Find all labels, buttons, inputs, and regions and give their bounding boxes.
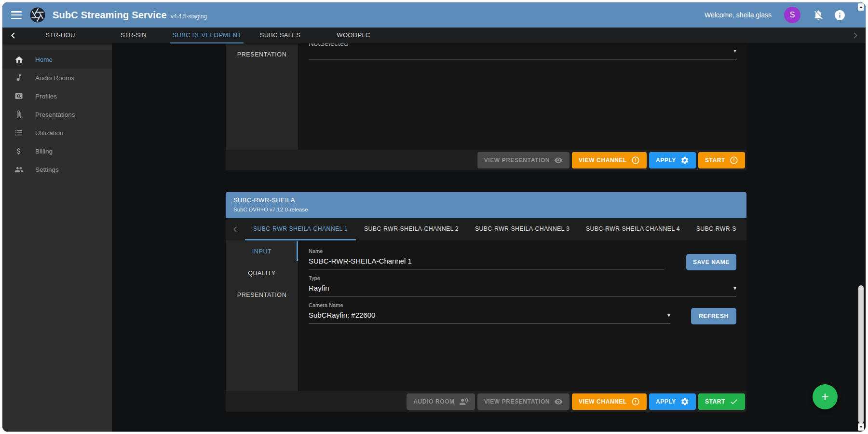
voice-over-icon: [459, 397, 468, 406]
scroll-up-button[interactable]: ▲: [858, 3, 864, 11]
app-window: SubC Streaming Service v4.4.5-staging We…: [2, 2, 866, 432]
input-panel: Name SAVE NAME Type Rayfin ▾: [298, 240, 746, 391]
sidebar-item-billing[interactable]: Billing: [2, 142, 112, 160]
refresh-button[interactable]: REFRESH: [691, 308, 736, 324]
device-card-actions: AUDIO ROOM VIEW PRESENTATION VIEW CHANNE…: [226, 391, 746, 412]
channel-tab-4[interactable]: SUBC-RWR-SHEILA CHANNEL 4: [578, 218, 688, 240]
sidebar-item-presentations[interactable]: Presentations: [2, 105, 112, 124]
type-label: Type: [309, 275, 736, 281]
channel-tab-3[interactable]: SUBC-RWR-SHEILA-CHANNEL 3: [467, 218, 578, 240]
user-avatar[interactable]: S: [784, 7, 800, 23]
sidebar-item-label: Audio Rooms: [35, 74, 74, 82]
org-tab-woodplc[interactable]: WOODPLC: [317, 28, 390, 43]
section-tabs: PRESENTATION: [226, 43, 298, 150]
start-button[interactable]: START: [698, 393, 745, 410]
presentation-panel: NotSelected ▾: [298, 43, 746, 150]
organization-tabbar: STR-HOU STR-SIN SUBC DEVELOPMENT SUBC SA…: [2, 28, 866, 43]
scroll-down-button[interactable]: ▼: [858, 423, 864, 431]
gear-icon: [680, 156, 689, 165]
camera-name-select-value: SubCRayfin: #22600: [309, 311, 375, 319]
presentation-select-value: NotSelected: [309, 43, 348, 47]
org-tab-subc-development[interactable]: SUBC DEVELOPMENT: [170, 28, 244, 43]
sidebar-item-label: Presentations: [35, 111, 75, 118]
chevron-down-icon: ▾: [733, 285, 736, 292]
list-icon: [14, 128, 24, 138]
attachment-icon: [14, 110, 24, 119]
audio-room-button[interactable]: AUDIO ROOM: [407, 393, 475, 410]
app-title: SubC Streaming Service: [53, 10, 167, 21]
music-note-icon: [14, 73, 24, 83]
eye-icon: [554, 156, 563, 165]
sidebar: Home Audio Rooms Profiles Presentations …: [2, 43, 112, 432]
check-icon: [730, 397, 738, 406]
type-select[interactable]: Rayfin ▾: [309, 282, 736, 296]
channel-tabbar: SUBC-RWR-SHEILA-CHANNEL 1 SUBC-RWR-SHEIL…: [226, 218, 746, 240]
channel-name-input[interactable]: [309, 255, 665, 269]
info-icon[interactable]: [833, 9, 846, 21]
scrollbar-thumb[interactable]: [858, 285, 864, 423]
view-channel-button[interactable]: VIEW CHANNEL: [572, 152, 647, 168]
device-subtitle: SubC DVR+O v7.12.0-release: [233, 207, 746, 212]
home-icon: [14, 55, 24, 64]
view-presentation-button[interactable]: VIEW PRESENTATION: [477, 393, 570, 410]
app-version: v4.4.5-staging: [171, 13, 207, 20]
gear-icon: [680, 397, 689, 406]
app-header: SubC Streaming Service v4.4.5-staging We…: [2, 2, 866, 28]
menu-icon[interactable]: [11, 11, 22, 19]
tab-input[interactable]: INPUT: [226, 240, 298, 262]
device-card: SUBC-RWR-SHEILA SubC DVR+O v7.12.0-relea…: [226, 192, 746, 412]
presentation-card-actions: VIEW PRESENTATION VIEW CHANNEL APPLY STA…: [226, 150, 746, 170]
plus-icon: +: [821, 390, 829, 405]
chevron-down-icon: ▾: [667, 312, 670, 319]
sidebar-item-label: Home: [35, 56, 53, 63]
sidebar-item-home[interactable]: Home: [2, 50, 112, 69]
camera-name-select[interactable]: SubCRayfin: #22600 ▾: [309, 309, 670, 323]
tab-presentation[interactable]: PRESENTATION: [226, 43, 298, 65]
org-tab-subc-sales[interactable]: SUBC SALES: [244, 28, 317, 43]
alert-circle-icon: [631, 156, 640, 165]
tab-presentation[interactable]: PRESENTATION: [226, 284, 298, 306]
view-presentation-button[interactable]: VIEW PRESENTATION: [477, 152, 570, 168]
channel-tab-5[interactable]: SUBC-RWR-S: [688, 218, 742, 240]
name-label: Name: [309, 248, 665, 254]
chevron-down-icon: ▾: [733, 47, 736, 54]
sidebar-item-label: Settings: [35, 166, 59, 173]
device-card-header: SUBC-RWR-SHEILA SubC DVR+O v7.12.0-relea…: [226, 192, 746, 218]
channel-tab-2[interactable]: SUBC-RWR-SHEILA-CHANNEL 2: [356, 218, 467, 240]
eye-icon: [554, 397, 563, 406]
sidebar-item-settings[interactable]: Settings: [2, 160, 112, 179]
channel-tabs-next-button[interactable]: [742, 218, 746, 240]
org-tab-str-sin[interactable]: STR-SIN: [97, 28, 170, 43]
channel-tab-1[interactable]: SUBC-RWR-SHEILA-CHANNEL 1: [245, 218, 356, 240]
device-title: SUBC-RWR-SHEILA: [233, 196, 746, 204]
start-button[interactable]: START: [698, 152, 745, 168]
alert-circle-icon: [631, 397, 640, 406]
apply-button[interactable]: APPLY: [649, 152, 696, 168]
camera-name-label: Camera Name: [309, 302, 670, 308]
sidebar-item-utilization[interactable]: Utilization: [2, 124, 112, 142]
search-box-icon: [14, 91, 24, 101]
sidebar-item-label: Billing: [35, 148, 53, 155]
sidebar-item-label: Profiles: [35, 93, 57, 100]
channel-section-tabs: INPUT QUALITY PRESENTATION: [226, 240, 298, 391]
presentation-select[interactable]: NotSelected ▾: [309, 43, 736, 59]
channel-tabs-prev-button[interactable]: [226, 218, 245, 240]
org-tabs-prev-button[interactable]: [2, 28, 24, 43]
app-logo-aperture-icon: [29, 7, 46, 23]
sidebar-item-profiles[interactable]: Profiles: [2, 87, 112, 105]
alert-circle-icon: [730, 156, 738, 165]
welcome-text: Welcome, sheila.glass: [705, 11, 772, 19]
save-name-button[interactable]: SAVE NAME: [686, 254, 736, 270]
sidebar-item-audio-rooms[interactable]: Audio Rooms: [2, 69, 112, 87]
people-icon: [14, 165, 24, 174]
notifications-off-icon[interactable]: [812, 9, 825, 21]
view-channel-button[interactable]: VIEW CHANNEL: [572, 393, 647, 410]
dollar-icon: [14, 146, 24, 156]
type-select-value: Rayfin: [309, 284, 329, 292]
add-button[interactable]: +: [813, 384, 838, 409]
tab-quality[interactable]: QUALITY: [226, 262, 298, 284]
org-tab-str-hou[interactable]: STR-HOU: [24, 28, 97, 43]
vertical-scrollbar: ▲ ▼: [858, 3, 864, 431]
apply-button[interactable]: APPLY: [649, 393, 696, 410]
sidebar-item-label: Utilization: [35, 129, 64, 137]
